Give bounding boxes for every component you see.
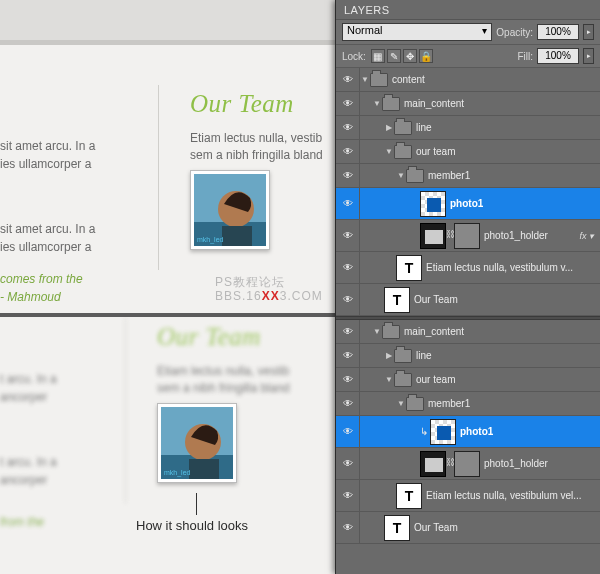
visibility-toggle[interactable]: [336, 344, 360, 367]
layer-name[interactable]: our team: [412, 146, 455, 157]
lead-text: Etiam lectus nulla, vestibsem a nibh fri…: [157, 363, 312, 397]
layer-row[interactable]: TOur Team: [336, 284, 600, 316]
layers-panel: LAYERS Normal Opacity: 100% ▸ Lock: ▦✎✥🔒…: [335, 0, 600, 574]
layer-thumb-icon[interactable]: [430, 419, 456, 445]
visibility-toggle[interactable]: [336, 68, 360, 91]
visibility-toggle[interactable]: [336, 512, 360, 543]
section-heading: Our Team: [190, 90, 294, 118]
team-photo: mkh_led: [157, 403, 237, 483]
link-icon[interactable]: ⛓: [446, 457, 454, 471]
layer-row[interactable]: ⛓photo1_holderfx ▾: [336, 220, 600, 252]
position-lock-icon: ✥: [403, 49, 417, 63]
layer-name[interactable]: photo1_holder: [480, 458, 548, 469]
layer-thumb-icon[interactable]: [420, 191, 446, 217]
pointer-line: [196, 493, 197, 515]
layer-name[interactable]: photo1_holder: [480, 230, 548, 241]
lead-text: Etiam lectus nulla, vestibsem a nibh fri…: [190, 130, 345, 164]
layer-group-row[interactable]: ▼member1: [336, 164, 600, 188]
layer-group-row[interactable]: ▼member1: [336, 392, 600, 416]
vector-mask-thumb-icon[interactable]: [454, 451, 480, 477]
visibility-toggle[interactable]: [336, 392, 360, 415]
layer-name[interactable]: photo1: [456, 426, 493, 437]
visibility-toggle[interactable]: [336, 252, 360, 283]
text-layer-icon[interactable]: T: [384, 515, 410, 541]
visibility-toggle[interactable]: [336, 188, 360, 219]
svg-rect-3: [222, 226, 252, 246]
layer-name[interactable]: line: [412, 122, 432, 133]
layer-name[interactable]: Etiam lectus nulla, vestibulum v...: [422, 262, 573, 273]
layer-group-row[interactable]: ▼main_content: [336, 92, 600, 116]
expand-arrow-icon[interactable]: ▶: [384, 123, 394, 132]
layer-name[interactable]: line: [412, 350, 432, 361]
text-layer-icon[interactable]: T: [396, 483, 422, 509]
fill-stepper[interactable]: ▸: [583, 48, 594, 64]
layer-row[interactable]: TEtiam lectus nulla, vestibulum vel...: [336, 480, 600, 512]
layer-group-row[interactable]: ▼our team: [336, 140, 600, 164]
layer-group-row[interactable]: ▶line: [336, 344, 600, 368]
visibility-toggle[interactable]: [336, 220, 360, 251]
folder-icon: [394, 145, 412, 159]
opacity-input[interactable]: 100%: [537, 24, 579, 40]
layer-row[interactable]: ↳photo1: [336, 416, 600, 448]
expand-arrow-icon[interactable]: ▼: [372, 99, 382, 108]
layer-name[interactable]: member1: [424, 170, 470, 181]
layer-name[interactable]: content: [388, 74, 425, 85]
divider-line: [158, 85, 159, 270]
layer-effects-icon[interactable]: fx ▾: [579, 231, 594, 241]
fill-input[interactable]: 100%: [537, 48, 579, 64]
folder-icon: [382, 97, 400, 111]
expand-arrow-icon[interactable]: ▼: [396, 171, 406, 180]
visibility-toggle[interactable]: [336, 140, 360, 163]
vector-mask-thumb-icon[interactable]: [454, 223, 480, 249]
text-layer-icon[interactable]: T: [384, 287, 410, 313]
expand-arrow-icon[interactable]: ▼: [384, 375, 394, 384]
visibility-toggle[interactable]: [336, 448, 360, 479]
visibility-toggle[interactable]: [336, 116, 360, 139]
text-layer-icon[interactable]: T: [396, 255, 422, 281]
visibility-toggle[interactable]: [336, 416, 360, 447]
layers-list[interactable]: ▼content▼main_content▶line▼our team▼memb…: [336, 68, 600, 574]
blend-mode-select[interactable]: Normal: [342, 23, 492, 41]
folder-icon: [394, 373, 412, 387]
expand-arrow-icon[interactable]: ▼: [396, 399, 406, 408]
link-icon[interactable]: ⛓: [446, 229, 454, 243]
layer-row[interactable]: ⛓photo1_holder: [336, 448, 600, 480]
body-fragment: t arcu. In aancorper: [0, 370, 110, 406]
photo-watermark: mkh_led: [197, 236, 223, 243]
layer-row[interactable]: TOur Team: [336, 512, 600, 544]
layer-group-row[interactable]: ▼content: [336, 68, 600, 92]
lock-label: Lock:: [342, 51, 366, 62]
layer-group-row[interactable]: ▼our team: [336, 368, 600, 392]
layer-name[interactable]: member1: [424, 398, 470, 409]
layer-name[interactable]: our team: [412, 374, 455, 385]
visibility-toggle[interactable]: [336, 480, 360, 511]
folder-icon: [406, 397, 424, 411]
layer-group-row[interactable]: ▼main_content: [336, 320, 600, 344]
site-preview-bottom: Our Team t arcu. In aancorper t arcu. In…: [0, 313, 336, 574]
layer-name[interactable]: Our Team: [410, 294, 458, 305]
expand-arrow-icon[interactable]: ▶: [384, 351, 394, 360]
layer-group-row[interactable]: ▶line: [336, 116, 600, 140]
expand-arrow-icon[interactable]: ▼: [360, 75, 370, 84]
mask-thumb-icon[interactable]: [420, 223, 446, 249]
visibility-toggle[interactable]: [336, 284, 360, 315]
layer-name[interactable]: main_content: [400, 98, 464, 109]
caption-text: How it should looks: [136, 518, 248, 533]
layer-row[interactable]: TEtiam lectus nulla, vestibulum v...: [336, 252, 600, 284]
layers-tab[interactable]: LAYERS: [336, 0, 600, 20]
layer-name[interactable]: main_content: [400, 326, 464, 337]
pixel-lock-icon: ✎: [387, 49, 401, 63]
mask-thumb-icon[interactable]: [420, 451, 446, 477]
visibility-toggle[interactable]: [336, 368, 360, 391]
visibility-toggle[interactable]: [336, 92, 360, 115]
expand-arrow-icon[interactable]: ▼: [384, 147, 394, 156]
layer-name[interactable]: Our Team: [410, 522, 458, 533]
layer-name[interactable]: photo1: [446, 198, 483, 209]
opacity-stepper[interactable]: ▸: [583, 24, 594, 40]
visibility-toggle[interactable]: [336, 164, 360, 187]
expand-arrow-icon[interactable]: ▼: [372, 327, 382, 336]
layer-row[interactable]: photo1: [336, 188, 600, 220]
visibility-toggle[interactable]: [336, 320, 360, 343]
layer-name[interactable]: Etiam lectus nulla, vestibulum vel...: [422, 490, 582, 501]
lock-icons[interactable]: ▦✎✥🔒: [370, 49, 434, 63]
